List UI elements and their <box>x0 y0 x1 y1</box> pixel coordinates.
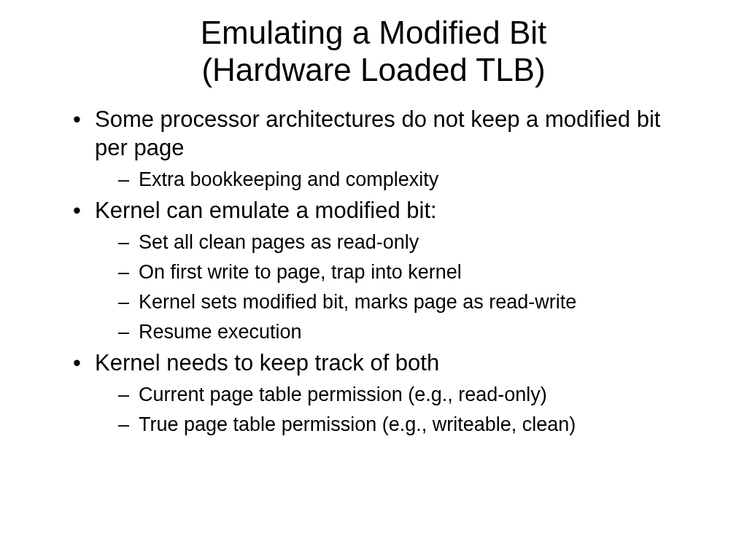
bullet-text: Kernel needs to keep track of both <box>95 350 439 376</box>
sub-bullet-text: Set all clean pages as read-only <box>139 231 419 253</box>
sub-bullet-list: Current page table permission (e.g., rea… <box>95 382 689 438</box>
sub-bullet-item: True page table permission (e.g., writea… <box>109 412 689 438</box>
title-line-2: (Hardware Loaded TLB) <box>201 52 545 88</box>
bullet-item: Some processor architectures do not keep… <box>73 106 689 192</box>
bullet-text: Some processor architectures do not keep… <box>95 106 660 160</box>
sub-bullet-text: Current page table permission (e.g., rea… <box>139 384 547 405</box>
sub-bullet-item: Extra bookkeeping and complexity <box>109 167 689 192</box>
sub-bullet-text: Extra bookkeeping and complexity <box>139 168 438 190</box>
sub-bullet-list: Extra bookkeeping and complexity <box>95 167 689 192</box>
sub-bullet-item: Kernel sets modified bit, marks page as … <box>109 289 689 315</box>
title-line-1: Emulating a Modified Bit <box>201 15 546 50</box>
sub-bullet-item: Current page table permission (e.g., rea… <box>109 382 689 408</box>
sub-bullet-item: Resume execution <box>109 319 689 345</box>
sub-bullet-text: Resume execution <box>139 321 302 343</box>
sub-bullet-text: True page table permission (e.g., writea… <box>139 413 576 435</box>
bullet-item: Kernel can emulate a modified bit: Set a… <box>73 197 689 345</box>
sub-bullet-text: On first write to page, trap into kernel <box>139 261 462 283</box>
bullet-text: Kernel can emulate a modified bit: <box>95 198 437 223</box>
sub-bullet-item: Set all clean pages as read-only <box>109 230 689 255</box>
slide-content: Some processor architectures do not keep… <box>0 106 747 438</box>
sub-bullet-list: Set all clean pages as read-only On firs… <box>95 230 689 345</box>
sub-bullet-text: Kernel sets modified bit, marks page as … <box>139 291 576 313</box>
slide-title: Emulating a Modified Bit (Hardware Loade… <box>0 15 747 88</box>
bullet-item: Kernel needs to keep track of both Curre… <box>73 349 689 438</box>
bullet-list: Some processor architectures do not keep… <box>73 106 689 438</box>
sub-bullet-item: On first write to page, trap into kernel <box>109 260 689 285</box>
